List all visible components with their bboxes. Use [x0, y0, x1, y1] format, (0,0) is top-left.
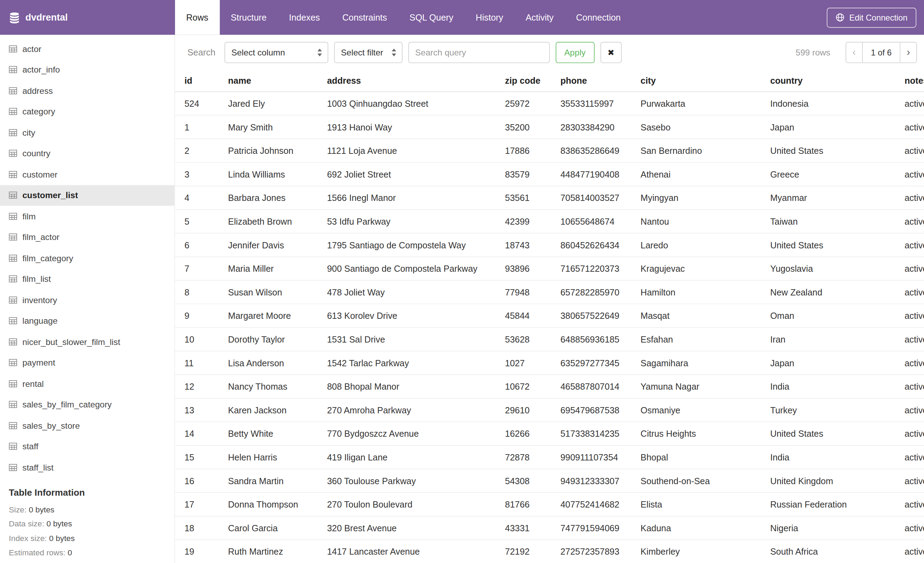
tab-constraints[interactable]: Constraints [331, 0, 398, 35]
sidebar-item-film[interactable]: film [0, 206, 174, 227]
table-row[interactable]: 8Susan Wilson478 Joliet Way7794865728228… [175, 281, 924, 304]
tab-connection[interactable]: Connection [565, 0, 632, 35]
table-row[interactable]: 12Nancy Thomas808 Bhopal Manor1067246588… [175, 375, 924, 398]
table-row[interactable]: 19Ruth Martinez1417 Lancaster Avenue7219… [175, 540, 924, 563]
table-cell: 25972 [505, 92, 560, 116]
column-header-zip-code[interactable]: zip code [505, 69, 560, 92]
table-cell: Myanmar [770, 186, 904, 210]
sidebar-item-city[interactable]: city [0, 122, 174, 143]
sidebar-item-category[interactable]: category [0, 101, 174, 122]
table-name: payment [22, 358, 55, 367]
column-header-country[interactable]: country [770, 69, 904, 92]
table-cell: 5 [175, 210, 228, 233]
table-row[interactable]: 11Lisa Anderson1542 Tarlac Parkway102763… [175, 351, 924, 375]
header-right: Edit Connection [827, 0, 924, 35]
sidebar-item-film-actor[interactable]: film_actor [0, 227, 174, 248]
sidebar-item-film-list[interactable]: film_list [0, 269, 174, 290]
table-information-title: Table Information [9, 487, 166, 498]
column-header-name[interactable]: name [228, 69, 327, 92]
table-cell: Kragujevac [640, 257, 770, 281]
table-row[interactable]: 17Donna Thompson270 Toulon Boulevard8176… [175, 492, 924, 516]
apply-button[interactable]: Apply [555, 42, 594, 63]
prev-page-button[interactable]: ‹ [846, 42, 862, 62]
table-cell: 83579 [505, 162, 560, 186]
next-page-button[interactable]: › [900, 42, 916, 62]
table-cell: Nigeria [770, 516, 904, 540]
table-grid-icon [9, 442, 17, 451]
sidebar-item-sales-by-film-category[interactable]: sales_by_film_category [0, 394, 174, 415]
column-header-city[interactable]: city [640, 69, 770, 92]
table-row[interactable]: 7Maria Miller900 Santiago de Compostela … [175, 257, 924, 281]
sidebar-item-address[interactable]: address [0, 80, 174, 101]
tab-structure[interactable]: Structure [220, 0, 278, 35]
table-cell: active [904, 257, 924, 281]
filter-select[interactable]: Select filter [334, 42, 402, 63]
tab-activity[interactable]: Activity [514, 0, 565, 35]
clear-filter-button[interactable]: ✖ [600, 42, 622, 63]
table-row[interactable]: 3Linda Williams692 Joliet Street83579448… [175, 162, 924, 186]
table-row[interactable]: 4Barbara Jones1566 Inegl Manor5356170581… [175, 186, 924, 210]
column-header-address[interactable]: address [327, 69, 505, 92]
tab-sql-query[interactable]: SQL Query [398, 0, 465, 35]
sidebar-item-staff-list[interactable]: staff_list [0, 457, 174, 478]
sidebar-item-language[interactable]: language [0, 311, 174, 331]
table-grid-icon [9, 66, 17, 74]
table-cell: active [904, 469, 924, 492]
table-row[interactable]: 16Sandra Martin360 Toulouse Parkway54308… [175, 469, 924, 492]
table-row[interactable]: 6Jennifer Davis1795 Santiago de Composte… [175, 233, 924, 257]
table-row[interactable]: 13Karen Jackson270 Amroha Parkway2961069… [175, 398, 924, 422]
table-cell: 648856936185 [560, 327, 640, 351]
table-row[interactable]: 10Dorothy Taylor1531 Sal Drive5362864885… [175, 327, 924, 351]
table-cell: Betty White [228, 422, 327, 446]
table-cell: 53 Idfu Parkway [327, 210, 505, 233]
sidebar-item-customer[interactable]: customer [0, 164, 174, 185]
sidebar-item-actor[interactable]: actor [0, 38, 174, 59]
table-name: staff_list [22, 462, 53, 472]
table-cell: active [904, 115, 924, 139]
sidebar-item-nicer-but-slower-film-list[interactable]: nicer_but_slower_film_list [0, 331, 174, 352]
sidebar-item-rental[interactable]: rental [0, 373, 174, 394]
table-name: film_category [22, 253, 73, 263]
tab-rows[interactable]: Rows [175, 0, 220, 35]
table-cell: Sandra Martin [228, 469, 327, 492]
table-body: 524Jared Ely1003 Qinhuangdao Street25972… [175, 92, 924, 563]
table-cell: 8 [175, 281, 228, 304]
column-header-phone[interactable]: phone [560, 69, 640, 92]
sidebar-item-sales-by-store[interactable]: sales_by_store [0, 415, 174, 436]
sidebar-item-staff[interactable]: staff [0, 436, 174, 457]
table-row[interactable]: 9Margaret Moore613 Korolev Drive45844380… [175, 304, 924, 327]
table-cell: 42399 [505, 210, 560, 233]
sidebar-item-customer-list[interactable]: customer_list [0, 185, 174, 206]
table-cell: 19 [175, 540, 228, 563]
tab-indexes[interactable]: Indexes [278, 0, 331, 35]
sidebar-item-film-category[interactable]: film_category [0, 248, 174, 269]
table-row[interactable]: 2Patricia Johnson1121 Loja Avenue1788683… [175, 139, 924, 162]
table-grid-icon [9, 191, 17, 200]
table-cell: 72192 [505, 540, 560, 563]
table-row[interactable]: 15Helen Harris419 Iligan Lane72878990911… [175, 446, 924, 469]
sidebar-item-inventory[interactable]: inventory [0, 290, 174, 311]
table-cell: 635297277345 [560, 351, 640, 375]
table-cell: 72878 [505, 446, 560, 469]
table-grid-icon [9, 233, 17, 242]
column-header-id[interactable]: id [175, 69, 228, 92]
table-cell: Sagamihara [640, 351, 770, 375]
table-row[interactable]: 18Carol Garcia320 Brest Avenue4333174779… [175, 516, 924, 540]
sidebar-item-actor-info[interactable]: actor_info [0, 59, 174, 80]
column-select[interactable]: Select column [224, 42, 328, 63]
column-header-notes[interactable]: notes [904, 69, 924, 92]
table-row[interactable]: 524Jared Ely1003 Qinhuangdao Street25972… [175, 92, 924, 116]
sidebar-item-country[interactable]: country [0, 143, 174, 164]
sidebar-item-payment[interactable]: payment [0, 352, 174, 373]
table-row[interactable]: 1Mary Smith1913 Hanoi Way352002830338429… [175, 115, 924, 139]
table-cell: Carol Garcia [228, 516, 327, 540]
tab-history[interactable]: History [465, 0, 514, 35]
table-cell: Osmaniye [640, 398, 770, 422]
edit-connection-button[interactable]: Edit Connection [827, 8, 916, 27]
table-row[interactable]: 5Elizabeth Brown53 Idfu Parkway423991065… [175, 210, 924, 233]
search-input[interactable] [408, 42, 549, 63]
table-cell: India [770, 446, 904, 469]
table-cell: 478 Joliet Way [327, 281, 505, 304]
table-row[interactable]: 14Betty White770 Bydgoszcz Avenue1626651… [175, 422, 924, 446]
table-cell: 12 [175, 375, 228, 398]
